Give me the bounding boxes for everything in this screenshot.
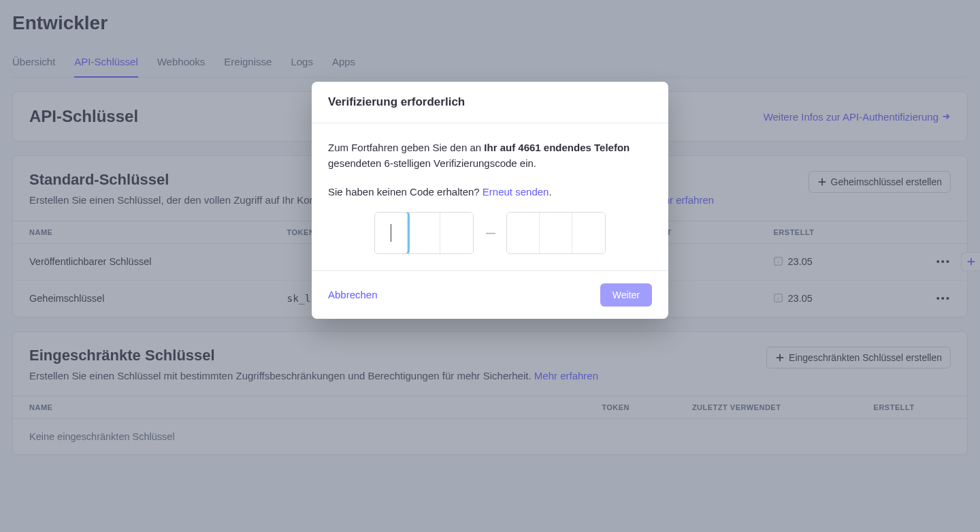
code-digit-4[interactable] bbox=[507, 213, 540, 253]
modal-overlay[interactable]: Verifizierung erforderlich Zum Fortfahre… bbox=[0, 0, 980, 532]
modal-no-code: Sie haben keinen Code erhalten? Erneut s… bbox=[328, 184, 652, 200]
code-digit-2[interactable] bbox=[408, 213, 440, 253]
code-group-2 bbox=[506, 212, 606, 254]
code-digit-1[interactable] bbox=[375, 213, 408, 253]
code-digit-3[interactable] bbox=[440, 213, 473, 253]
modal-instructions: Zum Fortfahren geben Sie den an Ihr auf … bbox=[328, 140, 652, 172]
resend-code-link[interactable]: Erneut senden bbox=[483, 186, 549, 198]
continue-button[interactable]: Weiter bbox=[600, 283, 652, 307]
verification-modal: Verifizierung erforderlich Zum Fortfahre… bbox=[312, 82, 668, 319]
code-digit-6[interactable] bbox=[572, 213, 605, 253]
phone-last-four: Ihr auf 4661 endendes Telefon bbox=[484, 142, 630, 153]
code-input-row: — bbox=[328, 212, 652, 254]
cancel-button[interactable]: Abbrechen bbox=[328, 289, 378, 300]
modal-title: Verifizierung erforderlich bbox=[328, 95, 652, 109]
dash-separator-icon: — bbox=[486, 228, 494, 238]
code-group-1 bbox=[374, 212, 474, 254]
code-digit-5[interactable] bbox=[540, 213, 572, 253]
